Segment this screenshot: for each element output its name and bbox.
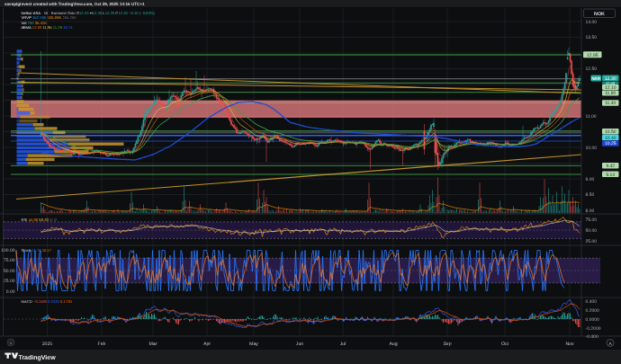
svg-text:8.50: 8.50 bbox=[586, 192, 595, 198]
svg-text:50.00: 50.00 bbox=[586, 228, 598, 234]
svg-text:-0.400: -0.400 bbox=[586, 334, 598, 340]
svg-text:2025: 2025 bbox=[42, 342, 53, 347]
svg-text:Aug: Aug bbox=[389, 342, 397, 347]
svg-text:14.00: 14.00 bbox=[586, 20, 598, 25]
svg-text:13.50: 13.50 bbox=[586, 35, 598, 40]
svg-text:11.00: 11.00 bbox=[586, 114, 597, 120]
svg-text:Stoch 11.76 10.17: Stoch 11.76 10.17 bbox=[22, 248, 52, 253]
svg-text:Sep: Sep bbox=[443, 342, 451, 347]
svg-text:12.95: 12.95 bbox=[587, 53, 598, 58]
svg-text:Mar: Mar bbox=[149, 342, 158, 347]
svg-text:8.00: 8.00 bbox=[586, 209, 595, 214]
svg-text:10.25: 10.25 bbox=[605, 141, 616, 146]
svg-text:Nov: Nov bbox=[565, 342, 574, 347]
svg-text:NOK: NOK bbox=[594, 12, 605, 17]
svg-text:RSI 44.90 59.33 ∅ ∅: RSI 44.90 59.33 ∅ ∅ bbox=[22, 218, 58, 222]
svg-text:-0.2000: -0.2000 bbox=[586, 326, 601, 332]
svg-text:MACD −0.1199 0.0320 0.1730: MACD −0.1199 0.0320 0.1730 bbox=[22, 299, 73, 304]
svg-text:9.14: 9.14 bbox=[606, 173, 615, 178]
svg-text:Jul: Jul bbox=[340, 342, 346, 347]
svg-text:dEMA 12.60 11.95 11.28 10.74: dEMA 12.60 11.95 11.28 10.74 bbox=[22, 25, 74, 30]
svg-text:0.400: 0.400 bbox=[586, 299, 598, 305]
svg-text:0.2000: 0.2000 bbox=[586, 308, 600, 314]
svg-text:0.0000: 0.0000 bbox=[586, 317, 600, 323]
svg-text:11.80: 11.80 bbox=[605, 91, 616, 96]
svg-text:25.00: 25.00 bbox=[4, 279, 15, 284]
svg-text:Oct: Oct bbox=[501, 342, 509, 347]
svg-text:9.00: 9.00 bbox=[586, 177, 595, 182]
svg-text:Jun: Jun bbox=[296, 342, 303, 347]
svg-text:10.00: 10.00 bbox=[586, 146, 598, 151]
svg-text:12.50: 12.50 bbox=[586, 67, 598, 72]
svg-text:12.10: 12.10 bbox=[605, 85, 616, 91]
svg-text:Feb: Feb bbox=[98, 342, 106, 347]
svg-text:11.40: 11.40 bbox=[605, 101, 616, 106]
svg-text:TradingView: TradingView bbox=[19, 354, 57, 361]
svg-text:Apr: Apr bbox=[203, 342, 211, 347]
svg-text:75.00: 75.00 bbox=[586, 218, 598, 223]
svg-text:10.40: 10.40 bbox=[605, 136, 616, 141]
svg-text:savepiginvest created with Tra: savepiginvest created with TradingView.c… bbox=[4, 2, 145, 6]
svg-text:100.00: 100.00 bbox=[1, 248, 15, 253]
svg-text:50.00: 50.00 bbox=[4, 269, 15, 274]
svg-text:May: May bbox=[249, 342, 258, 347]
svg-text:NKR: NKR bbox=[591, 76, 601, 81]
svg-text:9.42: 9.42 bbox=[606, 164, 615, 169]
svg-text:75.00: 75.00 bbox=[4, 258, 15, 263]
svg-text:0.00: 0.00 bbox=[6, 289, 15, 295]
svg-text:25.00: 25.00 bbox=[586, 239, 598, 244]
svg-text:10.50: 10.50 bbox=[605, 129, 616, 135]
